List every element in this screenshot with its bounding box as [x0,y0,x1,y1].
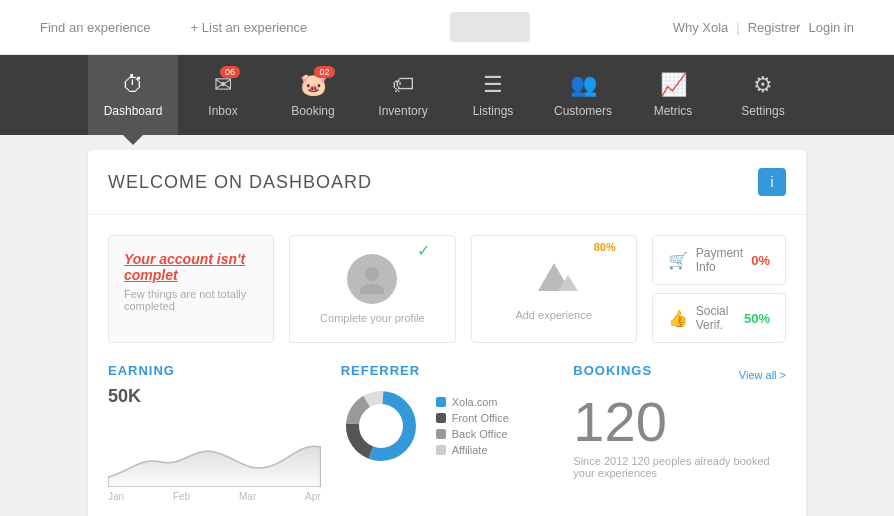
right-cards: 🛒 Payment Info 0% 👍 Social Verif. 50% [652,235,786,343]
metrics-icon: 📈 [660,72,687,98]
top-nav: Find an experience + List an experience … [0,0,894,55]
check-icon: ✓ [417,241,430,260]
legend-label-front: Front Office [452,412,509,424]
logo [450,12,530,42]
inventory-icon: 🏷 [392,72,414,98]
dashboard-header: WELCOME ON DASHBOARD i [88,150,806,215]
dashboard-title: WELCOME ON DASHBOARD [108,172,372,193]
experience-icon [530,257,578,301]
info-button[interactable]: i [758,168,786,196]
month-feb: Feb [173,491,190,502]
booking-desc: Since 2012 120 peoples already booked yo… [573,455,786,479]
find-experience-link[interactable]: Find an experience [40,20,151,35]
listings-icon: ☰ [483,72,503,98]
social-verif-card: 👍 Social Verif. 50% [652,293,786,343]
nav-item-settings[interactable]: ⚙ Settings [718,55,808,135]
nav-item-booking[interactable]: 🐷 02 Booking [268,55,358,135]
legend-affiliate: Affiliate [436,444,509,456]
social-verif-left: 👍 Social Verif. [668,304,744,332]
nav-label-customers: Customers [554,104,612,118]
month-jan: Jan [108,491,124,502]
main-nav: ⏱ Dashboard ✉ 06 Inbox 🐷 02 Booking 🏷 In… [0,55,894,135]
dashboard-card: WELCOME ON DASHBOARD i Your account isn'… [88,150,806,516]
nav-item-inbox[interactable]: ✉ 06 Inbox [178,55,268,135]
list-experience-link[interactable]: + List an experience [191,20,308,35]
profile-label: Complete your profile [320,312,425,324]
nav-label-dashboard: Dashboard [104,104,163,118]
month-mar: Mar [239,491,256,502]
profile-card: ✓ Complete your profile [289,235,455,343]
top-nav-left: Find an experience + List an experience [40,20,307,35]
thumbs-up-icon: 👍 [668,309,688,328]
legend-front: Front Office [436,412,509,424]
bookings-header: BOOKINGS View all > [573,363,786,386]
earning-chart [108,417,321,487]
stats-row: EARNING 50K Jan Feb [88,363,806,516]
mountain-icon [530,257,578,293]
nav-item-listings[interactable]: ☰ Listings [448,55,538,135]
view-all-link[interactable]: View all > [739,369,786,381]
dashboard-icon: ⏱ [122,72,144,98]
payment-info-left: 🛒 Payment Info [668,246,751,274]
nav-item-metrics[interactable]: 📈 Metrics [628,55,718,135]
experience-percent: 80% [594,241,616,253]
earning-value: 50K [108,386,321,407]
legend-back: Back Office [436,428,509,440]
earning-section: EARNING 50K Jan Feb [108,363,321,502]
legend-dot-front [436,413,446,423]
nav-label-inventory: Inventory [378,104,427,118]
legend-label-affiliate: Affiliate [452,444,488,456]
nav-label-booking: Booking [291,104,334,118]
svg-point-8 [359,404,403,448]
nav-item-customers[interactable]: 👥 Customers [538,55,628,135]
top-nav-right: Why Xola | Registrer Login in [673,20,854,35]
donut-container: Xola.com Front Office Back Office A [341,386,554,466]
social-verif-label: Social Verif. [696,304,744,332]
status-row: Your account isn't complet Few things ar… [88,215,806,363]
nav-divider-1: | [736,20,739,35]
svg-point-0 [365,267,379,281]
referrer-legend: Xola.com Front Office Back Office A [436,396,509,456]
account-incomplete-card: Your account isn't complet Few things ar… [108,235,274,343]
legend-dot-affiliate [436,445,446,455]
svg-point-1 [360,284,384,294]
payment-info-percent: 0% [751,253,770,268]
experience-label: Add experience [515,309,591,321]
payment-info-label: Payment Info [696,246,751,274]
nav-label-metrics: Metrics [654,104,693,118]
payment-info-card: 🛒 Payment Info 0% [652,235,786,285]
bookings-title: BOOKINGS [573,363,652,378]
legend-label-back: Back Office [452,428,508,440]
earning-title: EARNING [108,363,321,378]
month-apr: Apr [305,491,321,502]
why-xola-link[interactable]: Why Xola [673,20,729,35]
experience-card: 80% Add experience [471,235,637,343]
avatar-icon [357,264,387,294]
legend-dot-back [436,429,446,439]
nav-item-dashboard[interactable]: ⏱ Dashboard [88,55,178,135]
nav-label-inbox: Inbox [208,104,237,118]
legend-xola: Xola.com [436,396,509,408]
login-link[interactable]: Login in [808,20,854,35]
nav-label-settings: Settings [741,104,784,118]
inbox-badge: 06 [220,66,240,78]
social-verif-percent: 50% [744,311,770,326]
profile-avatar [347,254,397,304]
inbox-icon: ✉ 06 [214,72,232,98]
nav-active-arrow [123,135,143,145]
account-warning-text: Your account isn't complet [124,251,258,283]
legend-label-xola: Xola.com [452,396,498,408]
nav-item-inventory[interactable]: 🏷 Inventory [358,55,448,135]
main-content: WELCOME ON DASHBOARD i Your account isn'… [0,135,894,516]
referrer-title: REFERRER [341,363,554,378]
donut-chart-svg [341,386,421,466]
legend-dot-xola [436,397,446,407]
register-link[interactable]: Registrer [748,20,801,35]
booking-badge: 02 [314,66,334,78]
referrer-section: REFERRER Xola.com [341,363,554,502]
area-chart-svg [108,427,321,487]
cart-icon: 🛒 [668,251,688,270]
customers-icon: 👥 [570,72,597,98]
booking-icon: 🐷 02 [300,72,327,98]
settings-icon: ⚙ [753,72,773,98]
